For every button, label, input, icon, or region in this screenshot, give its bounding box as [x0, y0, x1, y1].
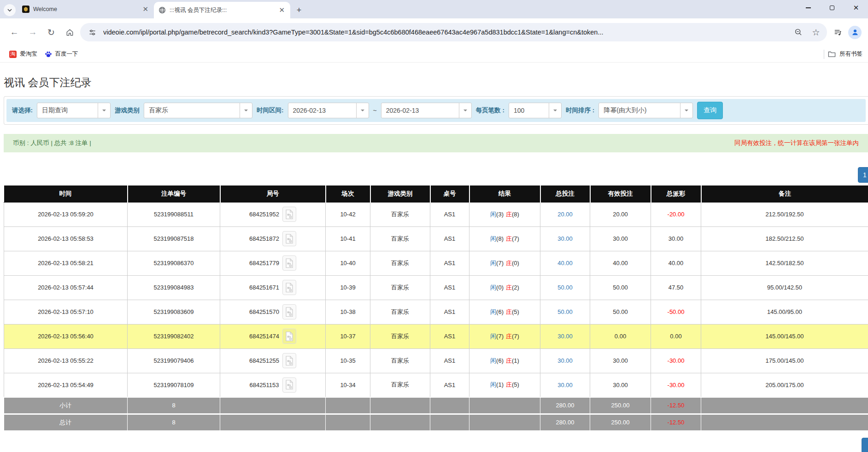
bookmarks-bar: 淘 爱淘宝 百度一下 所有书签 — [0, 46, 868, 63]
column-header: 有效投注 — [590, 185, 651, 202]
page-size-label: 每页笔数 : — [476, 106, 504, 115]
tab-close-icon[interactable]: ✕ — [141, 5, 149, 13]
bet-time: 2026-02-13 05:55:22 — [4, 348, 128, 373]
video-replay-icon[interactable] — [282, 207, 296, 222]
window-maximize-button[interactable] — [820, 0, 844, 16]
valid-bet: 40.00 — [590, 251, 651, 275]
table-number: AS1 — [430, 202, 469, 226]
game-type: 百家乐 — [370, 348, 430, 373]
bookmark-star-icon[interactable]: ☆ — [809, 26, 822, 39]
round-number: 684251952 — [249, 211, 279, 218]
session: 10-42 — [326, 202, 370, 226]
note: 145.00/95.00 — [701, 300, 868, 324]
site-info-tune-icon[interactable] — [86, 26, 99, 39]
bet-id: 523199087518 — [128, 226, 220, 251]
result: 闲(3)庄(8) — [469, 202, 540, 226]
date-from-value: 2026-02-13 — [288, 103, 356, 118]
profile-avatar[interactable] — [848, 26, 862, 39]
date-to-select[interactable]: 2026-02-13 — [381, 103, 472, 118]
browser-toolbar: ← → ↻ videoie.com/ipl/portal.php/game/be… — [0, 18, 868, 46]
bet-time: 2026-02-13 05:56:40 — [4, 324, 128, 348]
tab-bet-record[interactable]: :::视讯 会员下注纪录::: ✕ — [154, 2, 290, 18]
total-bet: 30.00 — [540, 373, 590, 397]
bookmark-baidu[interactable]: 百度一下 — [41, 48, 82, 60]
welcome-favicon — [22, 6, 29, 13]
video-replay-icon[interactable] — [282, 329, 296, 344]
date-from-select[interactable]: 2026-02-13 — [288, 103, 369, 118]
round-number-cell: 684251474 — [220, 324, 326, 348]
browser-tab-strip: Welcome ✕ :::视讯 会员下注纪录::: ✕ + ✕ — [0, 0, 868, 18]
window-close-button[interactable]: ✕ — [844, 0, 868, 16]
tab-search-chevron-icon[interactable] — [4, 4, 16, 16]
media-controls-icon[interactable] — [830, 24, 845, 40]
query-type-select[interactable]: 日期查询 — [37, 103, 111, 118]
bet-id: 523199086370 — [128, 251, 220, 275]
page-size-select[interactable]: 100 — [509, 103, 562, 118]
session — [326, 397, 370, 414]
zoom-out-icon[interactable] — [792, 26, 805, 39]
payout: -30.00 — [651, 348, 701, 373]
result: 闲(1)庄(5) — [469, 373, 540, 397]
session: 10-39 — [326, 275, 370, 300]
game-type — [370, 397, 430, 414]
round-number: 684251153 — [249, 382, 279, 388]
url-text[interactable]: videoie.com/ipl/portal.php/game/betrecor… — [103, 29, 787, 36]
sort-select[interactable]: 降幂(由大到小) — [598, 103, 693, 118]
video-replay-icon[interactable] — [282, 280, 296, 295]
column-header: 局号 — [220, 185, 326, 202]
all-bookmarks-button[interactable]: 所有书签 — [828, 50, 862, 58]
bookmark-aitaobao[interactable]: 淘 爱淘宝 — [6, 48, 41, 60]
payout: -12.50 — [651, 414, 701, 430]
note — [701, 414, 868, 430]
note: 95.00/142.50 — [701, 275, 868, 300]
url-bar[interactable]: videoie.com/ipl/portal.php/game/betrecor… — [80, 23, 827, 41]
forward-icon[interactable]: → — [25, 24, 41, 40]
video-replay-icon[interactable] — [282, 353, 296, 368]
home-icon[interactable] — [62, 24, 77, 40]
tab-welcome[interactable]: Welcome ✕ — [18, 1, 154, 17]
total-bet: 30.00 — [540, 226, 590, 251]
bet-time: 2026-02-13 05:54:49 — [4, 373, 128, 397]
bet-records-table: 时间注单编号局号场次游戏类别桌号结果总投注有效投注总派彩备注 2026-02-1… — [4, 185, 868, 430]
bookmark-label: 百度一下 — [55, 50, 78, 58]
tilde-separator: ~ — [373, 107, 377, 114]
payout: 47.50 — [651, 275, 701, 300]
window-minimize-button[interactable] — [796, 0, 820, 16]
sort-label: 时间排序 : — [566, 106, 594, 115]
reload-icon[interactable]: ↻ — [43, 24, 59, 40]
game-type: 百家乐 — [370, 324, 430, 348]
tab-title: :::视讯 会员下注纪录::: — [170, 6, 274, 14]
video-replay-icon[interactable] — [282, 255, 296, 271]
bet-id: 523199082402 — [128, 324, 220, 348]
bet-time: 2026-02-13 05:58:21 — [4, 251, 128, 275]
valid-bet: 30.00 — [590, 226, 651, 251]
bet-time: 2026-02-13 05:57:10 — [4, 300, 128, 324]
table-number: AS1 — [430, 373, 469, 397]
back-icon[interactable]: ← — [6, 24, 22, 40]
bet-id: 523199083609 — [128, 300, 220, 324]
tab-close-icon[interactable]: ✕ — [278, 6, 286, 14]
page-1-button-bottom[interactable]: 1 — [862, 438, 868, 452]
game-type: 百家乐 — [370, 202, 430, 226]
game-type-select[interactable]: 百家乐 — [144, 103, 252, 118]
same-round-note-text: 同局有效投注，统一计算在该局第一张注单内 — [734, 139, 859, 147]
valid-bet: 30.00 — [590, 348, 651, 373]
page-1-button[interactable]: 1 — [858, 167, 868, 183]
video-replay-icon[interactable] — [282, 304, 296, 319]
video-replay-icon[interactable] — [282, 377, 296, 393]
new-tab-button[interactable]: + — [293, 4, 305, 16]
round-number: 684251570 — [249, 308, 279, 315]
table-row: 2026-02-13 05:58:53523199087518684251872… — [4, 226, 868, 251]
total-bet: 50.00 — [540, 275, 590, 300]
total-bet: 20.00 — [540, 202, 590, 226]
round-number-cell: 684251671 — [220, 275, 326, 300]
bet-time: 2026-02-13 05:59:20 — [4, 202, 128, 226]
query-button[interactable]: 查询 — [697, 102, 723, 119]
table-number: AS1 — [430, 226, 469, 251]
total-bet: 280.00 — [540, 414, 590, 430]
round-number-cell: 684251255 — [220, 348, 326, 373]
video-replay-icon[interactable] — [282, 231, 296, 246]
taobao-icon: 淘 — [9, 51, 17, 58]
bet-id: 523199088511 — [128, 202, 220, 226]
total-bet: 30.00 — [540, 348, 590, 373]
